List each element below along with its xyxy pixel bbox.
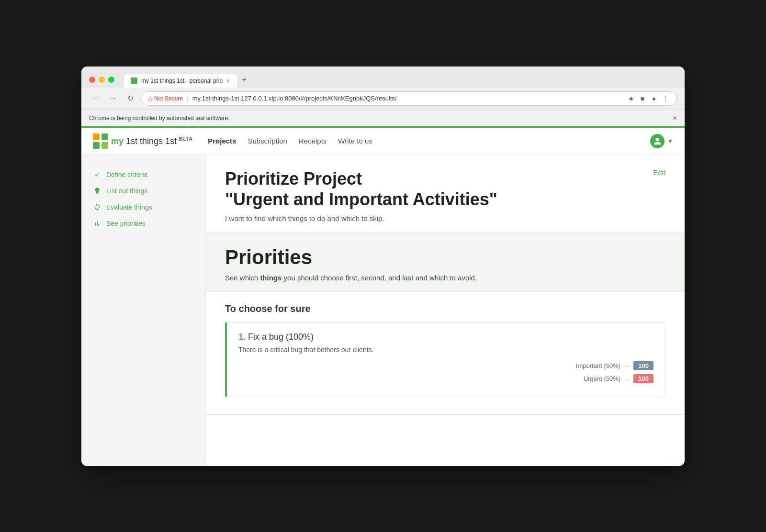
back-button[interactable]: ← <box>89 92 102 105</box>
edit-link[interactable]: Edit <box>653 168 665 177</box>
tab-favicon <box>131 78 137 84</box>
choose-section: To choose for sure 1. Fix a bug (100%) T… <box>206 292 685 415</box>
svg-rect-0 <box>93 133 100 140</box>
sidebar-item-evaluate-things[interactable]: Evaluate things <box>91 199 196 215</box>
svg-rect-3 <box>101 142 108 149</box>
criteria-row-important: Important (50%) – 100 <box>238 361 653 370</box>
menu-icon[interactable]: ⋮ <box>661 94 670 103</box>
traffic-light-close[interactable] <box>89 77 95 83</box>
nav-subscription[interactable]: Subscription <box>248 137 287 145</box>
notification-bar: Chrome is being controlled by automated … <box>81 110 685 126</box>
sidebar-label-list-things: List out things <box>106 187 147 195</box>
priorities-desc-before: See which <box>225 274 260 282</box>
lightbulb-icon <box>93 187 101 195</box>
account-icon[interactable]: ● <box>650 94 658 103</box>
user-chevron[interactable]: ▼ <box>667 138 673 144</box>
address-divider: | <box>187 95 189 102</box>
user-avatar[interactable] <box>650 134 665 148</box>
title-bar: my 1st things 1st - personal prio × + <box>81 66 685 88</box>
not-secure-indicator: △ Not Secure <box>148 95 183 102</box>
item-name: Fix a bug (100%) <box>248 332 314 342</box>
forward-button[interactable]: → <box>106 92 120 105</box>
nav-receipts[interactable]: Receipts <box>299 137 327 145</box>
criteria-label-urgent: Urgent (50%) <box>584 375 620 382</box>
tab-title: my 1st things 1st - personal prio <box>141 78 223 84</box>
item-description: There is a critical bug that bothers our… <box>238 346 653 354</box>
item-number: 1. <box>238 332 246 342</box>
warning-icon: △ <box>148 95 152 102</box>
priorities-title: Priorities <box>225 246 665 269</box>
main-layout: ✓ Define criteria List out things <box>81 155 685 466</box>
logo-beta: BETA <box>179 136 192 142</box>
sidebar-label-evaluate-things: Evaluate things <box>106 203 152 211</box>
bar-chart-icon <box>93 219 101 228</box>
project-title-line2: "Urgent and Important Activities" <box>225 189 497 209</box>
priorities-section: Priorities See which things you should c… <box>206 233 685 292</box>
notification-close-button[interactable]: × <box>673 114 677 122</box>
project-description: I want to find which things to do and wh… <box>225 214 665 222</box>
reload-icon: ↻ <box>127 94 134 103</box>
item-card: 1. Fix a bug (100%) There is a critical … <box>225 322 665 397</box>
criteria-dash-urgent: – <box>625 375 629 382</box>
nav-write-to-us[interactable]: Write to us <box>338 137 372 145</box>
sidebar-item-see-priorities[interactable]: See priorities <box>91 215 196 232</box>
criteria-value-important: 100 <box>633 361 653 370</box>
project-title: Prioritize Project "Urgent and Important… <box>225 168 665 210</box>
new-tab-button[interactable]: + <box>237 72 252 88</box>
nav-bar: ← → ↻ △ Not Secure | my.1st-things-1st.1… <box>81 88 685 110</box>
svg-rect-1 <box>101 133 108 140</box>
reload-button[interactable]: ↻ <box>124 92 137 105</box>
back-icon: ← <box>92 94 100 103</box>
criteria-row-urgent: Urgent (50%) – 100 <box>238 374 653 383</box>
sidebar: ✓ Define criteria List out things <box>81 155 206 466</box>
svg-rect-2 <box>93 142 100 149</box>
address-url: my.1st-things-1st.127.0.0.1.xip.io:8080/… <box>192 95 623 102</box>
sidebar-item-list-things[interactable]: List out things <box>91 183 196 199</box>
app-logo: my 1st things 1stBETA <box>93 133 192 149</box>
sidebar-label-see-priorities: See priorities <box>106 220 146 227</box>
logo-text: my 1st things 1stBETA <box>111 136 192 146</box>
criteria-dash-important: – <box>625 362 629 369</box>
tabs-bar: my 1st things 1st - personal prio × + <box>124 72 677 88</box>
traffic-light-fullscreen[interactable] <box>108 77 114 83</box>
not-secure-label: Not Secure <box>154 95 183 102</box>
address-bar[interactable]: △ Not Secure | my.1st-things-1st.127.0.0… <box>141 91 677 106</box>
sidebar-item-define-criteria[interactable]: ✓ Define criteria <box>91 166 196 183</box>
criteria-value-urgent: 100 <box>633 374 653 383</box>
bookmark-icon[interactable]: ★ <box>627 94 635 103</box>
sidebar-label-define-criteria: Define criteria <box>106 171 147 178</box>
browser-window: my 1st things 1st - personal prio × + ← … <box>81 66 685 466</box>
logo-rest: 1st things 1st <box>124 136 177 146</box>
priorities-desc-after: you should choose first, second, and las… <box>282 274 477 282</box>
active-tab[interactable]: my 1st things 1st - personal prio × <box>124 74 237 88</box>
extension-icon[interactable]: ■ <box>638 94 647 103</box>
criteria-label-important: Important (50%) <box>576 362 620 369</box>
item-title: 1. Fix a bug (100%) <box>238 332 653 342</box>
app-header: my 1st things 1stBETA Projects Subscript… <box>81 128 685 155</box>
priorities-desc-bold: things <box>260 274 282 282</box>
notification-text: Chrome is being controlled by automated … <box>89 115 229 122</box>
cycle-icon <box>93 203 101 211</box>
app-nav: Projects Subscription Receipts Write to … <box>208 137 650 145</box>
check-circle-icon: ✓ <box>93 170 101 179</box>
address-icons: ★ ■ ● ⋮ <box>627 94 670 103</box>
app-nav-right: ▼ <box>650 134 673 148</box>
traffic-light-minimize[interactable] <box>99 77 105 83</box>
app-container: my 1st things 1stBETA Projects Subscript… <box>81 126 685 466</box>
project-header: Prioritize Project "Urgent and Important… <box>206 155 685 233</box>
nav-projects[interactable]: Projects <box>208 137 236 145</box>
project-title-line1: Prioritize Project <box>225 169 362 188</box>
priorities-description: See which things you should choose first… <box>225 274 665 282</box>
logo-icon <box>93 133 108 149</box>
content-area: Prioritize Project "Urgent and Important… <box>206 155 685 466</box>
logo-my: my <box>111 136 124 146</box>
tab-close-button[interactable]: × <box>226 78 230 84</box>
traffic-lights <box>89 77 114 83</box>
choose-title: To choose for sure <box>225 303 665 314</box>
forward-icon: → <box>109 94 117 103</box>
